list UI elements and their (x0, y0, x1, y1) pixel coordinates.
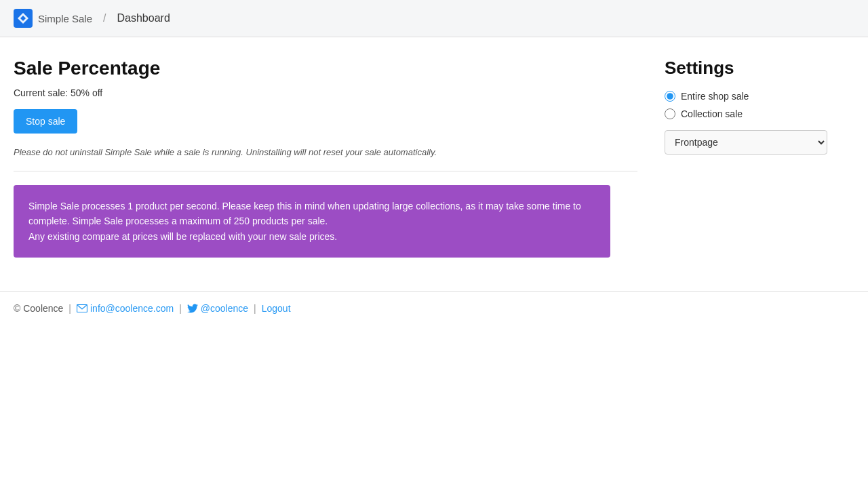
logout-label: Logout (262, 303, 291, 314)
email-label: info@coolence.com (90, 303, 174, 314)
twitter-label: @coolence (201, 303, 248, 314)
topbar: Simple Sale / Dashboard (0, 0, 868, 37)
breadcrumb-separator: / (103, 12, 106, 24)
footer-pipe-2: | (179, 303, 182, 314)
twitter-icon (187, 304, 198, 313)
copyright-text: © Coolence (14, 303, 63, 314)
collection-sale-radio-label[interactable]: Collection sale (665, 108, 854, 119)
collection-select[interactable]: Frontpage All Products Summer Sale Winte… (665, 130, 827, 155)
settings-title: Settings (665, 58, 854, 79)
entire-shop-sale-radio[interactable] (665, 91, 675, 102)
email-link[interactable]: info@coolence.com (77, 303, 174, 314)
current-sale-text: Current sale: 50% off (14, 87, 637, 98)
warning-text: Please do not uninstall Simple Sale whil… (14, 147, 637, 157)
settings-panel: Settings Entire shop sale Collection sal… (665, 58, 854, 258)
collection-sale-label: Collection sale (681, 108, 743, 119)
collection-sale-radio[interactable] (665, 108, 675, 119)
footer: © Coolence | info@coolence.com | @coolen… (0, 292, 868, 325)
info-box-text: Simple Sale processes 1 product per seco… (28, 201, 581, 242)
app-logo-icon (14, 9, 33, 28)
logout-link[interactable]: Logout (262, 303, 291, 314)
stop-sale-button[interactable]: Stop sale (14, 109, 77, 134)
email-icon (77, 304, 87, 312)
footer-pipe-1: | (68, 303, 71, 314)
entire-shop-sale-radio-label[interactable]: Entire shop sale (665, 91, 854, 102)
page-name: Dashboard (117, 12, 170, 24)
main-content: Sale Percentage Current sale: 50% off St… (0, 37, 868, 271)
section-title: Sale Percentage (14, 58, 637, 79)
footer-pipe-3: | (254, 303, 256, 314)
info-box: Simple Sale processes 1 product per seco… (14, 185, 610, 258)
app-name: Simple Sale (38, 13, 92, 24)
sale-type-radio-group: Entire shop sale Collection sale (665, 91, 854, 119)
twitter-link[interactable]: @coolence (187, 303, 248, 314)
section-divider (14, 171, 637, 171)
logo-area: Simple Sale / Dashboard (14, 9, 170, 28)
entire-shop-sale-label: Entire shop sale (681, 91, 749, 102)
left-panel: Sale Percentage Current sale: 50% off St… (14, 58, 637, 258)
